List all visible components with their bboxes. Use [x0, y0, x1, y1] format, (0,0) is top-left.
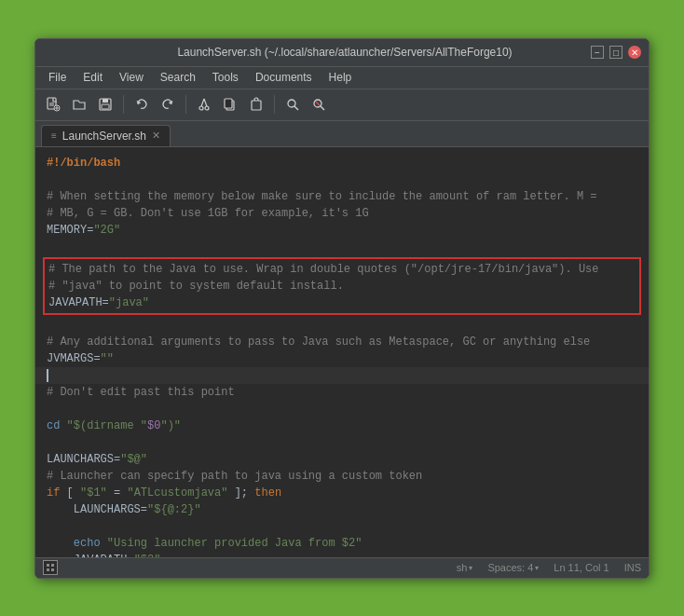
statusbar: sh ▾ Spaces: 4 ▾ Ln 11, Col 1 INS: [35, 557, 649, 578]
menu-help[interactable]: Help: [321, 69, 360, 86]
tab-close-button[interactable]: ✕: [152, 130, 160, 142]
menu-file[interactable]: File: [41, 69, 74, 86]
code-line-9: JAVAPATH="java": [48, 294, 636, 311]
code-line-21: LAUNCHARGS="${@:2}": [35, 501, 649, 518]
tab-file-icon: ≡: [51, 130, 57, 141]
svg-rect-15: [252, 101, 261, 110]
svg-line-12: [204, 99, 207, 106]
code-line-14: # Don't edit past this point: [35, 384, 649, 401]
code-line-16: cd "$(dirname "$0")": [35, 418, 649, 434]
spaces-label: Spaces: 4: [487, 562, 533, 573]
paste-button[interactable]: [244, 92, 268, 116]
svg-rect-22: [51, 564, 54, 567]
code-line-19: # Launcher can specify path to java usin…: [35, 468, 649, 485]
mode-dropdown-arrow: ▾: [469, 564, 472, 572]
code-line-11: # Any additional arguments to pass to Ja…: [35, 334, 649, 350]
spaces-dropdown-arrow: ▾: [535, 564, 539, 572]
tab-label: LaunchServer.sh: [62, 130, 146, 143]
svg-line-19: [321, 106, 324, 110]
code-line-17: [35, 434, 649, 451]
search-button[interactable]: [280, 92, 305, 116]
position-label: Ln 11, Col 1: [554, 562, 609, 573]
window-title: LaunchServer.sh (~/.local/share/atlaunch…: [99, 46, 591, 59]
menubar: File Edit View Search Tools Documents He…: [35, 67, 649, 89]
cut-button[interactable]: [192, 92, 216, 116]
svg-rect-8: [102, 104, 109, 109]
save-button[interactable]: [93, 92, 117, 116]
ins-label: INS: [624, 562, 641, 573]
svg-rect-14: [225, 99, 232, 108]
code-line-1: #!/bin/bash: [35, 155, 649, 171]
svg-line-11: [201, 99, 204, 106]
toolbar-separator-1: [123, 95, 124, 114]
code-line-12: JVMARGS="": [35, 350, 649, 367]
menu-search[interactable]: Search: [153, 69, 203, 86]
toolbar-separator-3: [274, 95, 275, 114]
svg-rect-7: [103, 99, 108, 103]
close-button[interactable]: ✕: [628, 46, 641, 59]
statusbar-left: [43, 560, 58, 575]
svg-rect-23: [47, 568, 49, 571]
menu-documents[interactable]: Documents: [248, 69, 320, 86]
window-controls: − □ ✕: [591, 46, 641, 59]
code-line-20: if [ "$1" = "ATLcustomjava" ]; then: [35, 485, 649, 501]
svg-rect-21: [47, 564, 49, 567]
new-file-button[interactable]: [41, 92, 65, 116]
statusbar-right: sh ▾ Spaces: 4 ▾ Ln 11, Col 1 INS: [457, 562, 641, 573]
tabs-bar: ≡ LaunchServer.sh ✕: [35, 121, 649, 147]
statusbar-grid-icon[interactable]: [43, 560, 58, 575]
clear-button[interactable]: [307, 92, 331, 116]
svg-point-9: [199, 106, 203, 110]
svg-line-20: [316, 102, 320, 105]
titlebar: LaunchServer.sh (~/.local/share/atlaunch…: [35, 39, 649, 67]
redo-button[interactable]: [156, 92, 180, 116]
code-line-22: [35, 518, 649, 535]
code-line-6: [35, 239, 649, 255]
mode-label: sh: [457, 562, 468, 573]
code-line-24: JAVAPATH="$2": [35, 552, 649, 557]
svg-point-10: [205, 106, 209, 110]
code-line-4: # MB, G = GB. Don't use 1GB for example,…: [35, 205, 649, 222]
mode-dropdown[interactable]: sh ▾: [457, 562, 473, 573]
svg-rect-24: [51, 568, 54, 571]
code-line-5: MEMORY="2G": [35, 222, 649, 239]
menu-tools[interactable]: Tools: [205, 69, 246, 86]
toolbar-separator-2: [185, 95, 186, 114]
highlighted-block: # The path to the Java to use. Wrap in d…: [43, 257, 641, 315]
code-line-8: # "java" to point to system default inst…: [48, 278, 636, 294]
editor-area[interactable]: #!/bin/bash # When setting the memory be…: [35, 147, 649, 557]
tab-launchserver[interactable]: ≡ LaunchServer.sh ✕: [41, 125, 171, 146]
menu-view[interactable]: View: [112, 69, 151, 86]
code-line-13: [35, 367, 649, 384]
toolbar: [35, 89, 649, 121]
undo-button[interactable]: [130, 92, 154, 116]
copy-button[interactable]: [218, 92, 242, 116]
main-window: LaunchServer.sh (~/.local/share/atlaunch…: [34, 38, 650, 579]
code-line-18: LAUNCHARGS="$@": [35, 451, 649, 468]
svg-point-16: [288, 100, 295, 107]
menu-edit[interactable]: Edit: [75, 69, 110, 86]
minimize-button[interactable]: −: [591, 46, 604, 59]
svg-line-17: [294, 106, 298, 110]
code-line-3: # When setting the memory below make sur…: [35, 188, 649, 205]
spaces-dropdown[interactable]: Spaces: 4 ▾: [487, 562, 539, 573]
maximize-button[interactable]: □: [609, 46, 622, 59]
code-line-10: [35, 317, 649, 334]
open-file-button[interactable]: [67, 92, 91, 116]
code-line-2: [35, 171, 649, 188]
code-line-23: echo "Using launcher provided Java from …: [35, 535, 649, 552]
code-line-7: # The path to the Java to use. Wrap in d…: [48, 261, 636, 278]
code-line-15: [35, 401, 649, 418]
